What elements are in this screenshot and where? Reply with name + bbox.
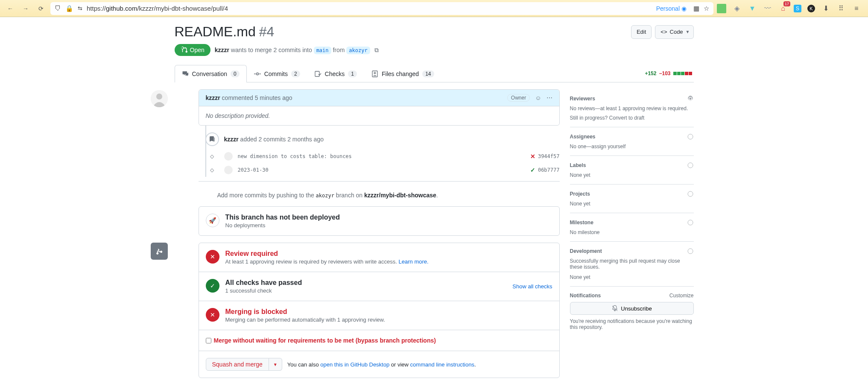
- merge-timeline-icon: [151, 243, 168, 260]
- extensions-icon[interactable]: ⠿: [836, 4, 846, 13]
- downloads-icon[interactable]: ⬇: [821, 4, 830, 13]
- diff-stat[interactable]: +152 −103: [645, 70, 693, 76]
- tab-files[interactable]: Files changed14: [364, 65, 441, 82]
- bypass-checkbox[interactable]: Merge without waiting for requirements t…: [206, 337, 436, 344]
- push-hint: Add more commits by pushing to the akozy…: [199, 182, 560, 206]
- assign-yourself-link[interactable]: assign yourself: [591, 144, 625, 149]
- reload-button[interactable]: ⟳: [35, 3, 47, 15]
- state-badge: Open: [175, 44, 210, 56]
- pr-title: README.md #4: [175, 24, 275, 40]
- reviewers-header[interactable]: Reviewers: [570, 95, 694, 102]
- svg-point-0: [256, 73, 258, 75]
- react-icon[interactable]: ☺: [535, 94, 541, 101]
- comment-author[interactable]: kzzzr: [206, 94, 220, 101]
- container-label[interactable]: Personal◉: [656, 5, 687, 12]
- check-icon[interactable]: ✓: [530, 167, 535, 173]
- gear-icon: [687, 162, 694, 169]
- qr-icon[interactable]: ▦: [693, 5, 699, 12]
- event-timestamp[interactable]: 2 months ago: [287, 136, 324, 143]
- squash-merge-button[interactable]: Squash and merge: [206, 358, 269, 371]
- timeline-event: kzzzr added 2 commits 2 months ago: [199, 126, 560, 149]
- checklist-icon: [315, 70, 321, 77]
- svg-point-8: [688, 220, 693, 225]
- extension-tray: ◈ ▼ 〰 ⌂ S K ⬇ ⠿ ≡: [717, 4, 864, 13]
- edit-button[interactable]: Edit: [631, 25, 652, 39]
- convert-draft-link[interactable]: Convert to draft: [609, 115, 645, 121]
- bookmark-star-icon[interactable]: ☆: [704, 5, 709, 12]
- svg-rect-1: [315, 71, 319, 76]
- event-author[interactable]: kzzzr: [224, 136, 239, 143]
- learn-more-link[interactable]: Learn more.: [399, 258, 429, 265]
- head-branch[interactable]: akozyr: [346, 47, 370, 54]
- lock-icon: 🔒: [65, 5, 73, 12]
- kebab-icon[interactable]: ⋯: [547, 94, 552, 101]
- ext-circle-icon[interactable]: K: [807, 5, 815, 12]
- ext-wave-icon[interactable]: 〰: [763, 4, 772, 13]
- commit-row: ◇2023-01-30✓06b7777: [199, 163, 560, 177]
- url-text: https://github.com/kzzzr/mybi-dbt-showca…: [87, 5, 228, 12]
- commit-message[interactable]: new dimension to costs table: bounces: [238, 153, 525, 159]
- deploy-panel: 🚀 This branch has not been deployed No d…: [199, 206, 560, 236]
- base-branch[interactable]: main: [314, 47, 331, 54]
- file-diff-icon: [371, 70, 378, 77]
- ext-square-icon[interactable]: [717, 4, 726, 13]
- comment-body: No description provided.: [199, 106, 559, 125]
- svg-point-7: [688, 191, 693, 196]
- labels-header[interactable]: Labels: [570, 162, 694, 169]
- commit-dot-icon: ◇: [209, 153, 216, 160]
- avatar[interactable]: [224, 152, 233, 161]
- tab-commits[interactable]: Commits2: [247, 65, 307, 82]
- cli-instructions-link[interactable]: command line instructions: [410, 361, 474, 368]
- tab-checks[interactable]: Checks1: [307, 65, 364, 82]
- git-pull-request-icon: [181, 47, 187, 53]
- merge-alternatives: You can also open this in GitHub Desktop…: [287, 361, 476, 368]
- ext-s-icon[interactable]: S: [794, 5, 801, 12]
- shield-icon: ⛉: [55, 5, 61, 12]
- avatar[interactable]: [224, 166, 233, 174]
- merge-panel: ✕ Review required At least 1 approving r…: [199, 243, 560, 378]
- code-icon: <>: [660, 29, 667, 35]
- show-all-checks-link[interactable]: Show all checks: [512, 283, 552, 290]
- avatar[interactable]: [151, 90, 168, 107]
- caret-down-icon: ▼: [686, 29, 690, 34]
- svg-point-5: [688, 134, 693, 139]
- ext-cart-icon[interactable]: ⌂: [778, 4, 788, 13]
- commit-dot-icon: ◇: [209, 167, 216, 173]
- git-commit-icon: [254, 70, 261, 77]
- forward-button[interactable]: →: [20, 3, 32, 15]
- commit-sha[interactable]: 3944f57: [538, 153, 560, 159]
- comment-timestamp[interactable]: 5 minutes ago: [255, 94, 292, 101]
- x-icon[interactable]: ✕: [530, 153, 535, 160]
- hamburger-icon[interactable]: ≡: [852, 4, 861, 13]
- commit-message[interactable]: 2023-01-30: [238, 167, 525, 173]
- fingerprint-icon: ◉: [681, 5, 687, 12]
- projects-header[interactable]: Projects: [570, 191, 694, 197]
- customize-link[interactable]: Customize: [669, 293, 694, 299]
- ext-shield-icon[interactable]: ◈: [732, 4, 742, 13]
- open-desktop-link[interactable]: open this in GitHub Desktop: [320, 361, 389, 368]
- back-button[interactable]: ←: [4, 3, 16, 15]
- assignees-header[interactable]: Assignees: [570, 133, 694, 140]
- gear-icon: [687, 219, 694, 226]
- gear-icon: [687, 248, 694, 255]
- gear-icon: [687, 133, 694, 140]
- development-header[interactable]: Development: [570, 248, 694, 255]
- commit-sha[interactable]: 06b7777: [538, 167, 560, 173]
- copy-icon[interactable]: ⧉: [374, 47, 379, 54]
- merge-method-dropdown[interactable]: ▼: [269, 358, 282, 371]
- url-bar[interactable]: ⛉ 🔒 ⇆ https://github.com/kzzzr/mybi-dbt-…: [50, 2, 713, 15]
- unsubscribe-button[interactable]: Unsubscribe: [570, 302, 694, 315]
- browser-toolbar: ← → ⟳ ⛉ 🔒 ⇆ https://github.com/kzzzr/myb…: [0, 0, 868, 17]
- notifications-header: NotificationsCustomize: [570, 293, 694, 299]
- merge-summary: kzzzr wants to merge 2 commits into main…: [215, 47, 370, 53]
- code-button[interactable]: <> Code ▼: [655, 25, 693, 39]
- gear-icon: [687, 95, 694, 102]
- x-circle-icon: ✕: [206, 308, 219, 322]
- svg-point-4: [156, 94, 162, 100]
- milestone-header[interactable]: Milestone: [570, 219, 694, 226]
- diff-pips: [673, 72, 692, 75]
- tab-conversation[interactable]: Conversation0: [175, 65, 247, 82]
- ext-diamond-icon[interactable]: ▼: [748, 4, 757, 13]
- comment-meta: kzzzr commented 5 minutes ago: [206, 94, 292, 101]
- rocket-icon: 🚀: [206, 214, 219, 227]
